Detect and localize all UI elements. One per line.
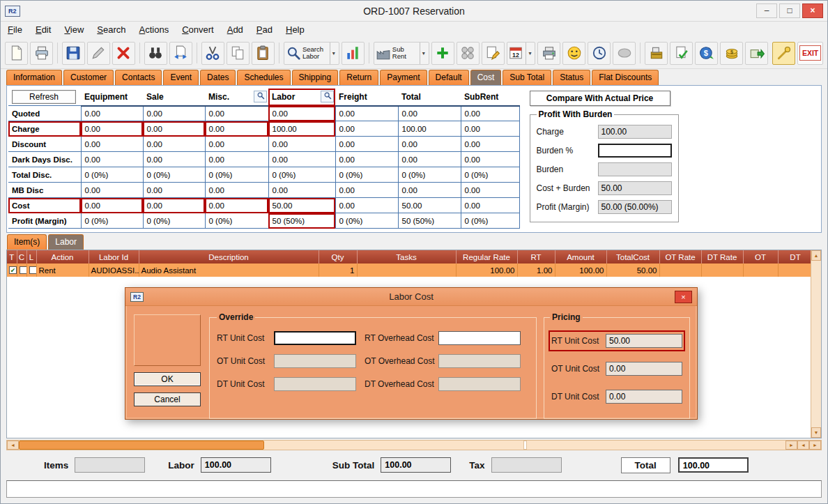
labor-check-cell-t[interactable]: ✔ — [7, 264, 17, 277]
pane-scroll-left-button[interactable]: ◄ — [797, 441, 809, 450]
cell-discount-labor[interactable]: 0.00 — [268, 137, 335, 152]
labor-cell-qty[interactable]: 1 — [319, 264, 357, 277]
sub-rent-button[interactable]: Sub Rent▾ — [374, 42, 429, 65]
menu-view[interactable]: View — [64, 24, 84, 35]
menu-edit[interactable]: Edit — [36, 24, 51, 35]
cell-quoted-freight[interactable]: 0.00 — [335, 106, 398, 121]
dropdown-arrow-icon[interactable]: ▾ — [526, 43, 533, 64]
cell-mb-disc-equipment[interactable]: 0.00 — [81, 183, 143, 198]
tab-shipping[interactable]: Shipping — [292, 70, 339, 85]
refresh-button[interactable]: Refresh — [12, 90, 76, 104]
pricing-dt-unit-cost-input[interactable]: 0.00 — [606, 390, 682, 404]
cash-register-icon[interactable] — [645, 42, 668, 65]
cell-dark-days-disc-misc[interactable]: 0.00 — [205, 152, 268, 167]
history-icon[interactable] — [588, 42, 611, 65]
cell-mb-disc-misc[interactable]: 0.00 — [205, 183, 268, 198]
cell-discount-sale[interactable]: 0.00 — [143, 137, 205, 152]
labor-check-cell-c[interactable] — [17, 264, 26, 277]
vertical-scrollbar[interactable]: ▲ ▼ — [811, 250, 821, 438]
cell-quoted-total[interactable]: 0.00 — [398, 106, 461, 121]
override-rt-unit-cost-input[interactable] — [274, 331, 356, 345]
labor-cell-action[interactable]: Rent — [36, 264, 89, 277]
dialog-close-button[interactable]: × — [675, 291, 692, 303]
ok-button[interactable]: OK — [134, 372, 201, 386]
pane-scroll-right-button[interactable]: ► — [809, 441, 821, 450]
cell-cost-freight[interactable]: 0.00 — [335, 198, 398, 213]
cell-dark-days-disc-sale[interactable]: 0.00 — [143, 152, 205, 167]
menu-add[interactable]: Add — [227, 24, 243, 35]
cell-mb-disc-labor[interactable]: 0.00 — [268, 183, 335, 198]
search-labor-button[interactable] — [321, 91, 334, 102]
labor-column-regular-rate[interactable]: Regular Rate — [456, 250, 517, 264]
scrollbar-track-2[interactable] — [527, 441, 786, 450]
detail-tab-item-s[interactable]: Item(s) — [7, 234, 47, 250]
print-setup-icon[interactable] — [537, 42, 560, 65]
menu-search[interactable]: Search — [97, 24, 125, 35]
tab-default[interactable]: Default — [429, 70, 469, 85]
tab-sub-total[interactable]: Sub Total — [503, 70, 551, 85]
cell-cost-sale[interactable]: 0.00 — [143, 198, 205, 213]
labor-column-ot[interactable]: OT — [743, 250, 778, 264]
labor-cell-ot-rate[interactable] — [659, 264, 701, 277]
menu-file[interactable]: File — [8, 24, 22, 35]
money-icon[interactable]: $ — [720, 42, 743, 65]
cell-total-disc-equipment[interactable]: 0 (0%) — [81, 167, 143, 183]
cell-profit-margin-sale[interactable]: 0 (0%) — [143, 213, 205, 229]
cell-profit-margin-labor[interactable]: 50 (50%) — [268, 213, 335, 229]
wand-icon[interactable] — [772, 42, 795, 65]
add-icon[interactable] — [431, 42, 454, 65]
dollar-icon[interactable]: $ — [695, 42, 718, 65]
cut-icon[interactable] — [201, 42, 224, 65]
cell-quoted-equipment[interactable]: 0.00 — [81, 106, 143, 121]
pricing-ot-unit-cost-input[interactable]: 0.00 — [606, 362, 682, 376]
cell-cost-equipment[interactable]: 0.00 — [81, 198, 143, 213]
labor-cell-tasks[interactable] — [357, 264, 456, 277]
search-labor-button[interactable]: Search Labor▾ — [284, 42, 339, 65]
exit-button[interactable]: EXIT — [797, 42, 823, 65]
scroll-up-button[interactable]: ▲ — [811, 250, 821, 261]
cell-profit-margin-total[interactable]: 50 (50%) — [398, 213, 461, 229]
cell-dark-days-disc-labor[interactable]: 0.00 — [268, 152, 335, 167]
chart-icon[interactable] — [342, 42, 365, 65]
search-misc-button[interactable] — [254, 91, 267, 102]
tab-contacts[interactable]: Contacts — [115, 70, 162, 85]
close-button[interactable]: × — [802, 3, 823, 18]
copy-icon[interactable] — [227, 42, 250, 65]
cell-total-disc-freight[interactable]: 0 (0%) — [335, 167, 398, 183]
cell-profit-margin-subrent[interactable]: 0 (0%) — [461, 213, 519, 229]
labor-column-ot-rate[interactable]: OT Rate — [659, 250, 701, 264]
cell-total-disc-sale[interactable]: 0 (0%) — [143, 167, 205, 183]
components-icon[interactable] — [457, 42, 480, 65]
scroll-right-button[interactable]: ► — [785, 441, 797, 450]
cell-discount-equipment[interactable]: 0.00 — [81, 137, 143, 152]
labor-column-labor-id[interactable]: Labor Id — [89, 250, 139, 264]
cell-cost-labor[interactable]: 50.00 — [268, 198, 335, 213]
cell-dark-days-disc-freight[interactable]: 0.00 — [335, 152, 398, 167]
labor-cell-totalcost[interactable]: 50.00 — [606, 264, 659, 277]
dropdown-arrow-icon[interactable]: ▾ — [420, 43, 427, 64]
tab-return[interactable]: Return — [339, 70, 378, 85]
labor-cell-description[interactable]: Audio Assistant — [139, 264, 319, 277]
labor-column-action[interactable]: Action — [36, 250, 89, 264]
menu-convert[interactable]: Convert — [182, 24, 214, 35]
new-document-icon[interactable] — [5, 42, 28, 65]
print-icon[interactable] — [30, 42, 53, 65]
cell-charge-equipment[interactable]: 0.00 — [81, 121, 143, 137]
title-bar[interactable]: R2 ORD-1007 Reservation – □ × — [1, 1, 827, 22]
cell-quoted-subrent[interactable]: 0.00 — [461, 106, 519, 121]
maximize-button[interactable]: □ — [779, 3, 800, 18]
export-money-icon[interactable] — [745, 42, 768, 65]
unchecked-checkbox[interactable] — [20, 266, 27, 274]
scrollbar-track[interactable] — [264, 441, 523, 450]
tab-schedules[interactable]: Schedules — [237, 70, 290, 85]
cell-mb-disc-subrent[interactable]: 0.00 — [461, 183, 519, 198]
cell-cost-subrent[interactable]: 0.00 — [461, 198, 519, 213]
cell-total-disc-subrent[interactable]: 0 (0%) — [461, 167, 519, 183]
cell-dark-days-disc-subrent[interactable]: 0.00 — [461, 152, 519, 167]
cancel-button[interactable]: Cancel — [134, 392, 201, 406]
calendar-icon[interactable]: 12▾ — [507, 42, 535, 65]
tab-status[interactable]: Status — [553, 70, 590, 85]
cell-discount-freight[interactable]: 0.00 — [335, 137, 398, 152]
vertical-scrollbar-track[interactable] — [811, 261, 821, 427]
tab-cost[interactable]: Cost — [470, 70, 502, 85]
